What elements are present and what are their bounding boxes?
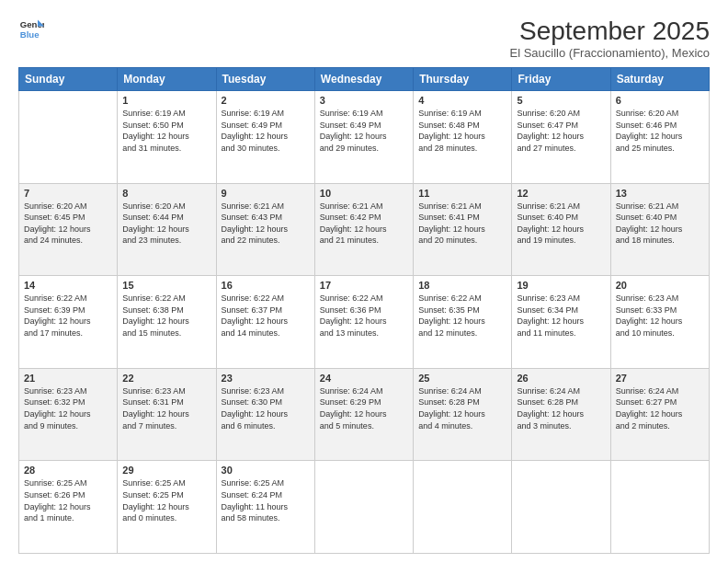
day-info: Sunrise: 6:19 AM Sunset: 6:48 PM Dayligh… [418,108,506,154]
day-info: Sunrise: 6:22 AM Sunset: 6:35 PM Dayligh… [418,293,506,339]
day-number: 16 [222,280,310,291]
calendar-cell [610,461,709,554]
calendar-cell: 26Sunrise: 6:24 AM Sunset: 6:28 PM Dayli… [512,368,610,461]
day-number: 24 [320,373,408,384]
day-number: 3 [320,95,408,106]
day-info: Sunrise: 6:22 AM Sunset: 6:36 PM Dayligh… [320,293,408,339]
calendar-cell: 4Sunrise: 6:19 AM Sunset: 6:48 PM Daylig… [414,91,512,184]
calendar-cell: 12Sunrise: 6:21 AM Sunset: 6:40 PM Dayli… [512,183,610,276]
logo: General Blue [18,17,44,42]
day-info: Sunrise: 6:22 AM Sunset: 6:39 PM Dayligh… [24,293,112,339]
calendar-cell: 15Sunrise: 6:22 AM Sunset: 6:38 PM Dayli… [118,276,216,369]
day-number: 26 [517,373,605,384]
calendar-cell: 25Sunrise: 6:24 AM Sunset: 6:28 PM Dayli… [414,368,512,461]
day-info: Sunrise: 6:24 AM Sunset: 6:28 PM Dayligh… [418,385,506,431]
calendar-cell: 16Sunrise: 6:22 AM Sunset: 6:37 PM Dayli… [216,276,314,369]
calendar-cell [19,91,118,184]
day-number: 30 [222,465,310,476]
day-info: Sunrise: 6:20 AM Sunset: 6:46 PM Dayligh… [616,108,704,154]
day-info: Sunrise: 6:21 AM Sunset: 6:40 PM Dayligh… [517,201,605,247]
calendar-header-monday: Monday [118,68,216,91]
day-number: 18 [418,280,506,291]
day-info: Sunrise: 6:23 AM Sunset: 6:30 PM Dayligh… [222,385,310,431]
calendar-cell: 21Sunrise: 6:23 AM Sunset: 6:32 PM Dayli… [19,368,118,461]
calendar-cell: 27Sunrise: 6:24 AM Sunset: 6:27 PM Dayli… [610,368,709,461]
svg-text:Blue: Blue [20,29,40,40]
day-info: Sunrise: 6:24 AM Sunset: 6:27 PM Dayligh… [616,385,704,431]
calendar-cell: 28Sunrise: 6:25 AM Sunset: 6:26 PM Dayli… [19,461,118,554]
day-number: 8 [122,188,210,199]
day-number: 14 [24,280,112,291]
calendar-cell: 1Sunrise: 6:19 AM Sunset: 6:50 PM Daylig… [118,91,216,184]
day-number: 23 [222,373,310,384]
day-number: 7 [24,188,112,199]
calendar-cell [512,461,610,554]
day-number: 27 [616,373,704,384]
calendar-cell: 24Sunrise: 6:24 AM Sunset: 6:29 PM Dayli… [314,368,413,461]
calendar-table: SundayMondayTuesdayWednesdayThursdayFrid… [18,67,710,554]
calendar-cell: 30Sunrise: 6:25 AM Sunset: 6:24 PM Dayli… [216,461,314,554]
calendar-cell: 22Sunrise: 6:23 AM Sunset: 6:31 PM Dayli… [118,368,216,461]
calendar-header-thursday: Thursday [414,68,512,91]
day-number: 21 [24,373,112,384]
day-info: Sunrise: 6:23 AM Sunset: 6:32 PM Dayligh… [24,385,112,431]
day-number: 13 [616,188,704,199]
calendar-cell: 5Sunrise: 6:20 AM Sunset: 6:47 PM Daylig… [512,91,610,184]
day-info: Sunrise: 6:21 AM Sunset: 6:41 PM Dayligh… [418,201,506,247]
day-number: 5 [517,95,605,106]
day-info: Sunrise: 6:21 AM Sunset: 6:40 PM Dayligh… [616,201,704,247]
calendar-cell: 6Sunrise: 6:20 AM Sunset: 6:46 PM Daylig… [610,91,709,184]
calendar-cell: 8Sunrise: 6:20 AM Sunset: 6:44 PM Daylig… [118,183,216,276]
day-info: Sunrise: 6:19 AM Sunset: 6:50 PM Dayligh… [122,108,210,154]
day-number: 22 [122,373,210,384]
day-number: 2 [222,95,310,106]
day-info: Sunrise: 6:25 AM Sunset: 6:24 PM Dayligh… [222,477,310,523]
day-info: Sunrise: 6:23 AM Sunset: 6:34 PM Dayligh… [517,293,605,339]
calendar-cell: 20Sunrise: 6:23 AM Sunset: 6:33 PM Dayli… [610,276,709,369]
day-info: Sunrise: 6:24 AM Sunset: 6:28 PM Dayligh… [517,385,605,431]
day-info: Sunrise: 6:22 AM Sunset: 6:37 PM Dayligh… [222,293,310,339]
day-number: 1 [122,95,210,106]
day-number: 9 [222,188,310,199]
day-info: Sunrise: 6:21 AM Sunset: 6:42 PM Dayligh… [320,201,408,247]
day-info: Sunrise: 6:20 AM Sunset: 6:47 PM Dayligh… [517,108,605,154]
day-info: Sunrise: 6:23 AM Sunset: 6:33 PM Dayligh… [616,293,704,339]
calendar-cell: 23Sunrise: 6:23 AM Sunset: 6:30 PM Dayli… [216,368,314,461]
day-info: Sunrise: 6:22 AM Sunset: 6:38 PM Dayligh… [122,293,210,339]
day-number: 4 [418,95,506,106]
day-number: 25 [418,373,506,384]
calendar-header-tuesday: Tuesday [216,68,314,91]
day-info: Sunrise: 6:25 AM Sunset: 6:25 PM Dayligh… [122,477,210,523]
day-info: Sunrise: 6:20 AM Sunset: 6:45 PM Dayligh… [24,201,112,247]
calendar-cell [314,461,413,554]
day-number: 28 [24,465,112,476]
title-block: September 2025 El Saucillo (Fraccionamie… [510,17,710,60]
day-info: Sunrise: 6:24 AM Sunset: 6:29 PM Dayligh… [320,385,408,431]
day-number: 6 [616,95,704,106]
calendar-cell: 9Sunrise: 6:21 AM Sunset: 6:43 PM Daylig… [216,183,314,276]
calendar-cell: 2Sunrise: 6:19 AM Sunset: 6:49 PM Daylig… [216,91,314,184]
calendar-header-saturday: Saturday [610,68,709,91]
day-info: Sunrise: 6:19 AM Sunset: 6:49 PM Dayligh… [320,108,408,154]
day-number: 20 [616,280,704,291]
calendar-cell: 14Sunrise: 6:22 AM Sunset: 6:39 PM Dayli… [19,276,118,369]
page-title: September 2025 [510,17,710,46]
day-number: 15 [122,280,210,291]
calendar-cell [414,461,512,554]
day-info: Sunrise: 6:23 AM Sunset: 6:31 PM Dayligh… [122,385,210,431]
day-number: 19 [517,280,605,291]
day-info: Sunrise: 6:21 AM Sunset: 6:43 PM Dayligh… [222,201,310,247]
calendar-header-friday: Friday [512,68,610,91]
calendar-cell: 7Sunrise: 6:20 AM Sunset: 6:45 PM Daylig… [19,183,118,276]
day-number: 10 [320,188,408,199]
calendar-cell: 18Sunrise: 6:22 AM Sunset: 6:35 PM Dayli… [414,276,512,369]
day-number: 29 [122,465,210,476]
calendar-cell: 13Sunrise: 6:21 AM Sunset: 6:40 PM Dayli… [610,183,709,276]
calendar-cell: 11Sunrise: 6:21 AM Sunset: 6:41 PM Dayli… [414,183,512,276]
day-number: 17 [320,280,408,291]
calendar-cell: 10Sunrise: 6:21 AM Sunset: 6:42 PM Dayli… [314,183,413,276]
day-info: Sunrise: 6:19 AM Sunset: 6:49 PM Dayligh… [222,108,310,154]
day-info: Sunrise: 6:20 AM Sunset: 6:44 PM Dayligh… [122,201,210,247]
calendar-header-wednesday: Wednesday [314,68,413,91]
calendar-header-sunday: Sunday [19,68,118,91]
